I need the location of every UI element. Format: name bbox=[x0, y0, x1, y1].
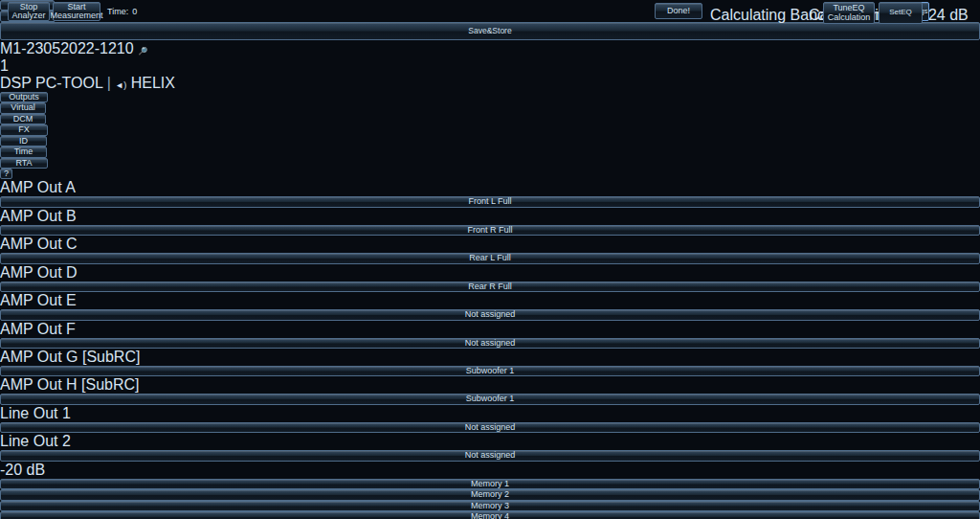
channel-header: Line Out 2 bbox=[0, 433, 980, 450]
nav-fx-button[interactable]: FX bbox=[0, 124, 48, 135]
topbar-nav: OutputsVirtualDCMFXIDTimeRTA bbox=[0, 92, 980, 169]
search-icon[interactable]: 🔎 bbox=[138, 47, 147, 56]
channel-assign-button[interactable]: Rear R Full bbox=[0, 282, 980, 292]
channel-name: AMP Out E bbox=[0, 292, 77, 308]
channel-header: AMP Out G [SubRC] bbox=[0, 349, 980, 366]
seteq-button[interactable]: SetEQ bbox=[879, 2, 923, 24]
channel-assign-button[interactable]: Subwoofer 1 bbox=[0, 366, 980, 376]
channel-name: AMP Out F bbox=[0, 321, 76, 337]
meter-db-label: -20 dB bbox=[0, 462, 980, 479]
channel-name: Line Out 2 bbox=[0, 433, 71, 449]
channel-name: AMP Out C bbox=[0, 236, 78, 252]
memory-3-button[interactable]: Memory 3 bbox=[0, 501, 980, 511]
channel-header: AMP Out F bbox=[0, 321, 980, 338]
time-display: Time: 0 bbox=[107, 7, 137, 16]
channel-line-out-2: Line Out 2Not assigned bbox=[0, 433, 980, 461]
save-store-group: Save&Store bbox=[0, 22, 980, 40]
channel-row: AMP Out AFront L FullAMP Out BFront R Fu… bbox=[0, 179, 980, 461]
memory-1-button[interactable]: Memory 1 bbox=[0, 479, 980, 489]
channel-name: AMP Out D bbox=[0, 264, 78, 281]
channel-amp-out-f: AMP Out FNot assigned bbox=[0, 321, 980, 349]
logo-brand: HELIX bbox=[131, 75, 175, 91]
channel-header: AMP Out C bbox=[0, 236, 980, 253]
tuneeq-calculation-button[interactable]: TuneEQ Calculation bbox=[823, 2, 875, 24]
channel-header: AMP Out H [SubRC] bbox=[0, 376, 980, 394]
start-measurement-button[interactable]: Start Measurement bbox=[53, 2, 100, 21]
help-button[interactable]: ? bbox=[0, 169, 12, 179]
channel-name: AMP Out A bbox=[0, 179, 76, 195]
nav-id-button[interactable]: ID bbox=[0, 136, 47, 147]
channel-header: Line Out 1 bbox=[0, 405, 980, 422]
nav-virtual-button[interactable]: Virtual bbox=[0, 102, 46, 113]
channel-assign-button[interactable]: Not assigned bbox=[0, 338, 980, 349]
done-button[interactable]: Done! bbox=[655, 3, 702, 19]
topbar: Reset Load Save&Store M1-23052022-1210 🔎… bbox=[0, 0, 980, 179]
channel-name: AMP Out H [SubRC] bbox=[0, 376, 140, 393]
save-store-button[interactable]: Save&Store bbox=[0, 22, 980, 40]
dsp-pc-tool-window: Reset Load Save&Store M1-23052022-1210 🔎… bbox=[0, 0, 980, 519]
time-label: Time: bbox=[107, 7, 128, 16]
memory-2-button[interactable]: Memory 2 bbox=[0, 489, 980, 500]
channel-amp-out-c: AMP Out CRear L Full bbox=[0, 236, 980, 263]
channel-assign-button[interactable]: Subwoofer 1 bbox=[0, 394, 980, 404]
channel-amp-out-b: AMP Out BFront R Full bbox=[0, 208, 980, 236]
channel-assign-button[interactable]: Front R Full bbox=[0, 225, 980, 236]
channel-line-out-1: Line Out 1Not assigned bbox=[0, 405, 980, 433]
device-id-field[interactable]: M1-23052022-1210 🔎 bbox=[0, 40, 980, 57]
device-id-text: M1-23052022-1210 bbox=[0, 40, 134, 56]
logo-text: DSP PC-TOOL bbox=[0, 75, 102, 91]
nav-dcm-button[interactable]: DCM bbox=[0, 114, 46, 124]
logo-separator: | bbox=[107, 75, 111, 91]
nav-rta-button[interactable]: RTA bbox=[0, 158, 48, 169]
channel-header: AMP Out B bbox=[0, 208, 980, 225]
channel-assign-button[interactable]: Rear L Full bbox=[0, 253, 980, 263]
channel-name: Line Out 1 bbox=[0, 405, 71, 421]
memory-row: Memory 1Memory 2Memory 3Memory 4Memory 5… bbox=[0, 479, 980, 519]
device-number-field[interactable]: 1 bbox=[0, 57, 980, 75]
app-logo: DSP PC-TOOL | ◄) HELIX bbox=[0, 75, 980, 92]
memory-4-button[interactable]: Memory 4 bbox=[0, 511, 980, 519]
nav-time-button[interactable]: Time bbox=[0, 147, 47, 157]
channel-amp-out-h-subrc-: AMP Out H [SubRC]Subwoofer 1 bbox=[0, 376, 980, 404]
channel-amp-out-a: AMP Out AFront L Full bbox=[0, 179, 980, 207]
channel-assign-button[interactable]: Front L Full bbox=[0, 196, 980, 207]
channel-amp-out-d: AMP Out DRear R Full bbox=[0, 264, 980, 292]
channel-amp-out-e: AMP Out ENot assigned bbox=[0, 292, 980, 320]
channel-name: AMP Out B bbox=[0, 208, 77, 224]
channel-amp-out-g-subrc-: AMP Out G [SubRC]Subwoofer 1 bbox=[0, 349, 980, 376]
stop-analyzer-button[interactable]: Stop Analyzer bbox=[8, 2, 50, 21]
time-value: 0 bbox=[132, 7, 137, 16]
channel-assign-button[interactable]: Not assigned bbox=[0, 422, 980, 433]
channel-header: AMP Out A bbox=[0, 179, 980, 196]
nav-outputs-button[interactable]: Outputs bbox=[0, 92, 48, 102]
helix-speaker-icon: ◄) bbox=[115, 80, 126, 90]
channel-assign-button[interactable]: Not assigned bbox=[0, 309, 980, 320]
channel-name: AMP Out G [SubRC] bbox=[0, 349, 140, 365]
channel-header: AMP Out D bbox=[0, 264, 980, 282]
channel-assign-button[interactable]: Not assigned bbox=[0, 450, 980, 461]
channel-header: AMP Out E bbox=[0, 292, 980, 309]
